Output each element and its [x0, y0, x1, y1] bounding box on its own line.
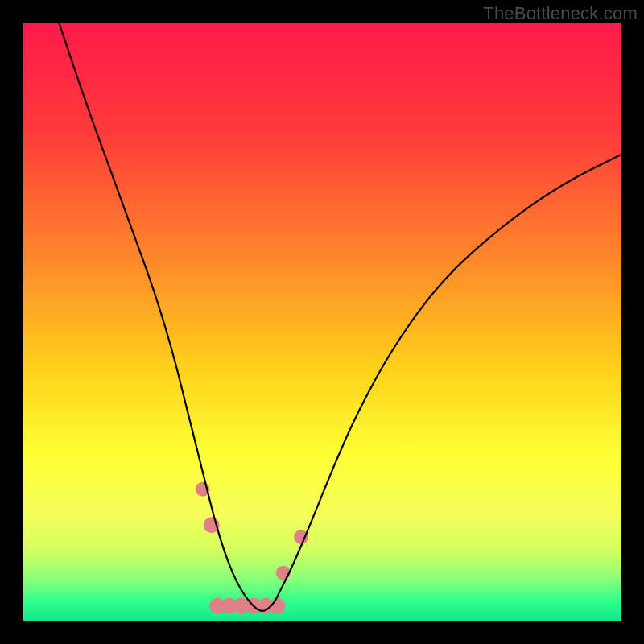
- chart-frame: TheBottleneck.com: [0, 0, 644, 644]
- watermark-text: TheBottleneck.com: [483, 3, 638, 24]
- plot-area: [23, 23, 621, 621]
- chart-svg: [23, 23, 621, 621]
- gradient-background: [23, 23, 621, 621]
